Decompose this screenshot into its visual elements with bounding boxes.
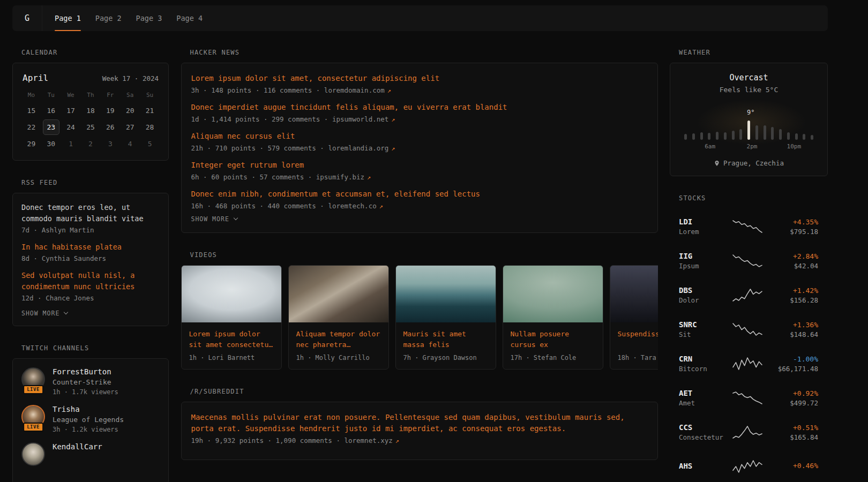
stock-name: Bitcorn: [679, 365, 730, 373]
weather-bar: [708, 133, 710, 140]
show-more-button[interactable]: SHOW MORE: [21, 310, 160, 317]
stock-row[interactable]: DBS Dolor +1.42% $156.28: [679, 278, 818, 312]
stock-row[interactable]: CRN Bitcorn -1.00% $66,171.48: [679, 347, 818, 381]
video-title-link[interactable]: Mauris sit amet massa felis: [403, 329, 488, 351]
stock-row[interactable]: AET Amet +0.92% $499.72: [679, 381, 818, 415]
stocks-widget: STOCKS LDI Lorem +4.35% $795.18 IIG Ipsu…: [670, 194, 828, 482]
stock-change: +2.84%: [765, 252, 818, 260]
story-domain-link[interactable]: loremtech.co↗: [328, 202, 383, 210]
story-domain-link[interactable]: ipsumworld.net↗: [332, 115, 395, 123]
story-link[interactable]: Lorem ipsum dolor sit amet, consectetur …: [191, 73, 648, 84]
page-tab[interactable]: Page 3: [136, 5, 162, 31]
stock-row[interactable]: LDI Lorem +4.35% $795.18: [679, 209, 818, 244]
widget-title: TWITCH CHANNELS: [21, 344, 169, 352]
stock-row[interactable]: AHS +0.46%: [679, 449, 818, 482]
time-label: 2pm: [747, 143, 758, 150]
twitch-channel[interactable]: LIVE ForrestBurton Counter-Strike 1h · 1…: [21, 367, 160, 396]
video-body: Suspendisse diam 18h · Tara: [610, 322, 658, 369]
show-more-button[interactable]: SHOW MORE: [191, 215, 648, 223]
twitch-channel[interactable]: KendallCarr: [21, 442, 160, 466]
video-title-link[interactable]: Suspendisse diam: [618, 329, 658, 351]
stock-price: $66,171.48: [765, 365, 818, 373]
page-tab[interactable]: Page 4: [176, 5, 203, 31]
story-domain-link[interactable]: loremnet.xyz↗: [344, 436, 399, 445]
rss-item-link[interactable]: Sed volutpat nulla nisl, a condimentum n…: [21, 270, 160, 292]
stock-row[interactable]: CCS Consectetur +0.51% $165.84: [679, 415, 818, 449]
story-meta: 3h · 148 points · 116 comments · loremdo…: [191, 86, 648, 94]
stock-change: +1.42%: [765, 287, 818, 295]
calendar-day: 20: [122, 103, 138, 118]
calendar-day: 18: [82, 103, 99, 118]
story-link[interactable]: Donec imperdiet augue tincidunt felis al…: [191, 102, 648, 113]
story-item: Integer eget rutrum lorem 6h · 60 points…: [191, 160, 648, 181]
story-link[interactable]: Integer eget rutrum lorem: [191, 160, 648, 171]
weather-feels-like: Feels like 5°C: [680, 86, 818, 94]
stock-symbol: SNRC: [679, 320, 730, 329]
video-card[interactable]: Mauris sit amet massa felis 7h · Grayson…: [395, 265, 496, 370]
video-title-link[interactable]: Nullam posuere cursus ex: [511, 329, 595, 351]
widget-title: HACKER NEWS: [190, 49, 658, 56]
weather-bar: [795, 133, 798, 140]
stock-row[interactable]: SNRC Sit +1.36% $148.64: [679, 312, 818, 347]
calendar-day: 2: [82, 136, 99, 152]
stock-price: $156.28: [765, 296, 818, 304]
calendar-day: 1: [63, 136, 79, 152]
rss-item-meta: 7d · Ashlyn Martin: [21, 226, 160, 234]
calendar-day: 15: [23, 103, 40, 118]
right-column: WEATHER Overcast Feels like 5°C 9° 6am 2…: [670, 49, 828, 482]
stock-sparkline-wrap: [730, 288, 765, 303]
video-card[interactable]: Lorem ipsum dolor sit amet consectetu… 1…: [181, 265, 282, 370]
story-meta: 6h · 60 points · 57 comments · ipsumify.…: [191, 173, 648, 181]
stock-sparkline-wrap: [730, 322, 765, 337]
rss-list: Donec tempor eros leo, ut commodo mauris…: [21, 202, 160, 302]
stock-sparkline-wrap: [730, 390, 765, 405]
video-meta: 1h · Lori Barnett: [189, 354, 274, 362]
video-title-link[interactable]: Lorem ipsum dolor sit amet consectetu…: [189, 329, 274, 351]
channel-meta: 3h · 1.2k viewers: [53, 426, 124, 433]
weather-bar: [684, 134, 687, 140]
video-meta: 7h · Grayson Dawson: [403, 354, 488, 362]
stock-name: Lorem: [679, 228, 730, 236]
video-meta: 18h · Tara: [618, 354, 658, 362]
story-link[interactable]: Donec enim nibh, condimentum et accumsan…: [191, 189, 648, 200]
video-title-link[interactable]: Aliquam tempor dolor nec pharetra…: [296, 329, 381, 351]
page-tab[interactable]: Page 2: [95, 5, 122, 31]
weather-bar: [771, 127, 774, 140]
rss-item-link[interactable]: In hac habitasse platea: [21, 242, 160, 253]
story-link[interactable]: Aliquam nec cursus elit: [191, 131, 648, 142]
video-card[interactable]: Suspendisse diam 18h · Tara: [610, 265, 658, 370]
video-meta: 17h · Stefan Cole: [511, 354, 595, 362]
video-card[interactable]: Aliquam tempor dolor nec pharetra… 1h · …: [288, 265, 389, 370]
calendar-header: April Week 17 · 2024: [21, 72, 160, 83]
calendar-day: 25: [82, 119, 99, 135]
stock-sparkline: [730, 288, 765, 303]
left-column: CALENDAR April Week 17 · 2024 MoTuWeThFr…: [12, 49, 169, 482]
story-domain-link[interactable]: loremlandia.org↗: [328, 144, 395, 152]
story-stats: 21h · 710 points · 579 comments ·: [191, 144, 328, 152]
rss-item-link[interactable]: Donec tempor eros leo, ut commodo mauris…: [21, 202, 160, 224]
video-thumbnail: [396, 266, 496, 322]
external-link-icon: ↗: [379, 202, 383, 210]
video-meta: 1h · Molly Carrillo: [296, 354, 381, 362]
page-tab[interactable]: Page 1: [55, 5, 81, 31]
story-stats: 6h · 60 points · 57 comments ·: [191, 173, 316, 181]
show-more-label: SHOW MORE: [21, 310, 59, 317]
story-domain-link[interactable]: loremdomain.com↗: [324, 86, 391, 94]
story-domain-link[interactable]: ipsumify.biz↗: [316, 173, 371, 181]
app-logo[interactable]: G: [12, 5, 42, 31]
twitch-channel[interactable]: LIVE Trisha League of Legends 3h · 1.2k …: [21, 405, 160, 433]
weather-widget: WEATHER Overcast Feels like 5°C 9° 6am 2…: [670, 49, 828, 176]
stock-price: $795.18: [765, 228, 818, 236]
calendar-day: 22: [23, 119, 40, 135]
calendar-week-label: Week 17 · 2024: [102, 74, 159, 82]
calendar-day: 30: [43, 136, 59, 152]
channel-avatar: [21, 442, 45, 466]
story-link[interactable]: Maecenas mollis pulvinar erat non posuer…: [191, 412, 648, 434]
video-body: Nullam posuere cursus ex 17h · Stefan Co…: [503, 322, 603, 369]
weather-location-label: Prague, Czechia: [723, 159, 784, 167]
stock-name: Consectetur: [679, 433, 730, 441]
video-card[interactable]: Nullam posuere cursus ex 17h · Stefan Co…: [503, 265, 603, 370]
stock-id: CCS Consectetur: [679, 423, 730, 441]
stock-row[interactable]: IIG Ipsum +2.84% $42.04: [679, 244, 818, 278]
story-meta: 19h · 9,932 points · 1,090 comments · lo…: [191, 436, 648, 445]
